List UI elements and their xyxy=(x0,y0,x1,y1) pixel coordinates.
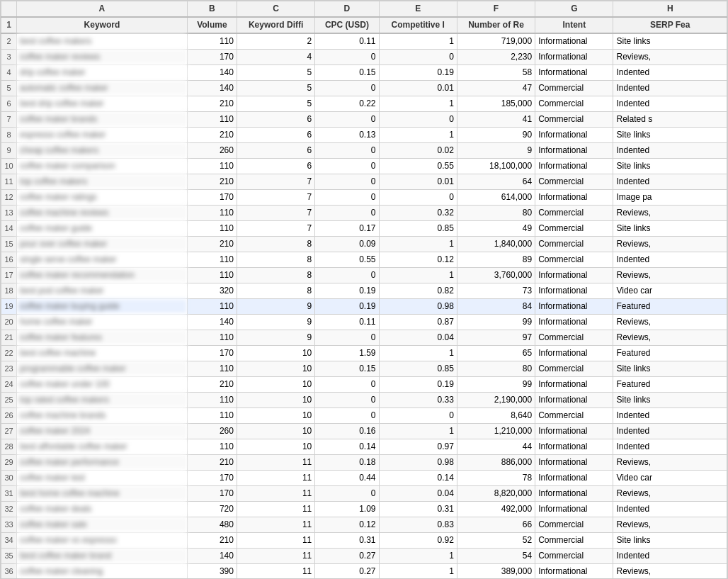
row-number: 36 xyxy=(1,564,17,580)
volume-cell: 110 xyxy=(187,221,237,237)
keyword-cell: coffee machine reviews xyxy=(17,206,188,221)
comp-cell: 0.31 xyxy=(379,502,457,517)
numres-cell: 80 xyxy=(457,206,535,221)
keyword-cell: coffee maker performance xyxy=(17,455,188,471)
numres-cell: 52 xyxy=(457,533,535,549)
intent-cell: Informational xyxy=(535,439,613,455)
comp-cell: 0.92 xyxy=(379,533,457,549)
keyword-cell: top coffee makers xyxy=(17,174,188,190)
numres-cell: 8,820,000 xyxy=(457,486,535,502)
row-number: 11 xyxy=(1,174,17,190)
numres-cell: 9 xyxy=(457,143,535,159)
keyword-cell: coffee maker brands xyxy=(17,112,188,128)
table-row: 29 coffee maker performance 210 11 0.18 … xyxy=(1,455,727,471)
numres-cell: 99 xyxy=(457,315,535,330)
numres-cell: 80 xyxy=(457,361,535,377)
table-row: 18 best pod coffee maker 320 8 0.19 0.82… xyxy=(1,283,727,299)
cpc-cell: 1.09 xyxy=(315,502,379,517)
kd-cell: 11 xyxy=(237,533,314,549)
row-number: 34 xyxy=(1,533,17,549)
volume-cell: 140 xyxy=(187,81,237,96)
col-e-header: E xyxy=(379,1,457,18)
serp-cell: Reviews, xyxy=(613,315,727,330)
row-number: 15 xyxy=(1,237,17,252)
table-row: 21 coffee maker features 110 9 0 0.04 97… xyxy=(1,330,727,346)
comp-cell: 0.01 xyxy=(379,174,457,190)
comp-cell: 0.01 xyxy=(379,81,457,96)
keyword-cell: coffee maker features xyxy=(17,330,188,346)
volume-cell: 110 xyxy=(187,393,237,408)
table-row: 28 best affordable coffee maker 110 10 0… xyxy=(1,439,727,455)
comp-cell: 1 xyxy=(379,96,457,112)
intent-cell: Informational xyxy=(535,50,613,65)
row-num-header: 1 xyxy=(1,17,17,33)
table-row: 6 best drip coffee maker 210 5 0.22 1 18… xyxy=(1,96,727,112)
keyword-cell: cheap coffee makers xyxy=(17,143,188,159)
numres-cell: 8,640 xyxy=(457,408,535,424)
kd-cell: 11 xyxy=(237,486,314,502)
row-number: 16 xyxy=(1,252,17,268)
intent-cell: Commercial xyxy=(535,96,613,112)
kd-cell: 2 xyxy=(237,33,314,50)
intent-cell: Informational xyxy=(535,393,613,408)
volume-cell: 110 xyxy=(187,112,237,128)
table-row: 16 single serve coffee maker 110 8 0.55 … xyxy=(1,252,727,268)
comp-cell: 1 xyxy=(379,128,457,143)
row-number: 17 xyxy=(1,268,17,283)
intent-cell: Informational xyxy=(535,143,613,159)
col-b-header: B xyxy=(187,1,237,18)
kd-cell: 5 xyxy=(237,81,314,96)
col-h-header: H xyxy=(613,1,727,18)
row-number: 13 xyxy=(1,206,17,221)
spreadsheet: A B C D E F G H 1 Keyword Volume Keyword… xyxy=(0,0,728,579)
intent-cell: Informational xyxy=(535,377,613,393)
intent-cell: Informational xyxy=(535,424,613,439)
table-row: 19 coffee maker buying guide 110 9 0.19 … xyxy=(1,299,727,315)
volume-cell: 170 xyxy=(187,190,237,206)
comp-cell: 0 xyxy=(379,112,457,128)
volume-cell: 140 xyxy=(187,315,237,330)
serp-cell: Reviews, xyxy=(613,330,727,346)
keyword-cell: best drip coffee maker xyxy=(17,96,188,112)
serp-cell: Reviews, xyxy=(613,486,727,502)
cpc-cell: 0 xyxy=(315,393,379,408)
serp-cell: Site links xyxy=(613,159,727,174)
cpc-cell: 0 xyxy=(315,408,379,424)
kd-cell: 6 xyxy=(237,128,314,143)
keyword-cell: best home coffee machine xyxy=(17,486,188,502)
numres-cell: 1,210,000 xyxy=(457,424,535,439)
table-row: 13 coffee machine reviews 110 7 0 0.32 8… xyxy=(1,206,727,221)
serp-cell: Indented xyxy=(613,408,727,424)
keyword-cell: coffee maker sale xyxy=(17,517,188,533)
comp-cell: 1 xyxy=(379,346,457,361)
volume-cell: 210 xyxy=(187,96,237,112)
numres-cell: 84 xyxy=(457,299,535,315)
kd-cell: 5 xyxy=(237,65,314,81)
kd-cell: 10 xyxy=(237,439,314,455)
cpc-col-header: CPC (USD) xyxy=(315,17,379,33)
keyword-cell: coffee maker deals xyxy=(17,502,188,517)
cpc-cell: 0.12 xyxy=(315,517,379,533)
kd-cell: 8 xyxy=(237,237,314,252)
keyword-cell: coffee maker guide xyxy=(17,221,188,237)
row-number: 22 xyxy=(1,346,17,361)
kd-cell: 10 xyxy=(237,393,314,408)
serp-cell: Indented xyxy=(613,502,727,517)
volume-cell: 110 xyxy=(187,33,237,50)
comp-cell: 1 xyxy=(379,564,457,580)
keyword-cell: coffee maker comparison xyxy=(17,159,188,174)
kd-cell: 8 xyxy=(237,252,314,268)
volume-cell: 210 xyxy=(187,533,237,549)
table-row: 17 coffee maker recommendation 110 8 0 1… xyxy=(1,268,727,283)
comp-cell: 1 xyxy=(379,268,457,283)
intent-col-header: Intent xyxy=(535,17,613,33)
intent-cell: Commercial xyxy=(535,408,613,424)
data-table: A B C D E F G H 1 Keyword Volume Keyword… xyxy=(1,1,727,579)
row-number: 5 xyxy=(1,81,17,96)
intent-cell: Informational xyxy=(535,190,613,206)
serp-cell: Reviews, xyxy=(613,206,727,221)
table-row: 7 coffee maker brands 110 6 0 0 41 Comme… xyxy=(1,112,727,128)
cpc-cell: 0.11 xyxy=(315,315,379,330)
comp-cell: 1 xyxy=(379,33,457,50)
intent-cell: Commercial xyxy=(535,81,613,96)
